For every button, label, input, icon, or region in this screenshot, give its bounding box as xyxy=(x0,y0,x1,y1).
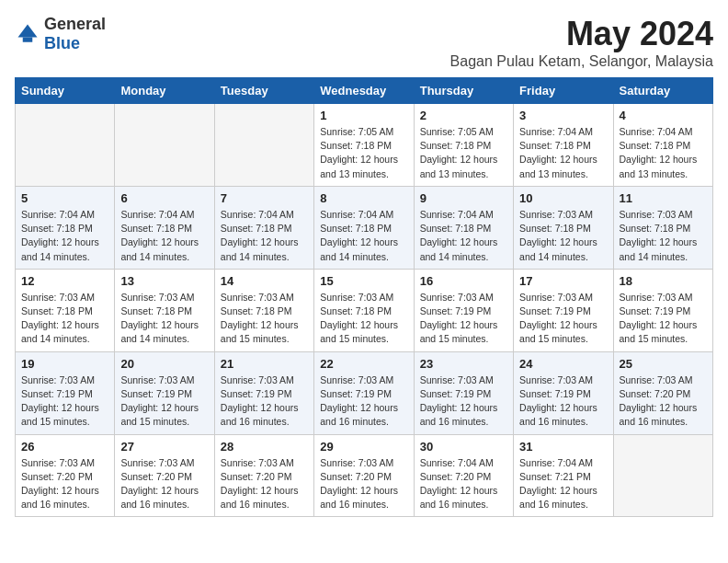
logo-text: General Blue xyxy=(44,15,106,53)
day-number: 5 xyxy=(21,191,108,205)
calendar-week-row: 19Sunrise: 7:03 AM Sunset: 7:19 PM Dayli… xyxy=(16,351,713,434)
day-info: Sunrise: 7:03 AM Sunset: 7:20 PM Dayligh… xyxy=(21,456,108,512)
day-number: 25 xyxy=(620,357,707,371)
day-number: 7 xyxy=(221,191,308,205)
logo: General Blue xyxy=(15,15,106,53)
calendar-day-cell: 29Sunrise: 7:03 AM Sunset: 7:20 PM Dayli… xyxy=(314,434,414,517)
day-info: Sunrise: 7:03 AM Sunset: 7:18 PM Dayligh… xyxy=(620,208,707,264)
calendar-day-cell: 30Sunrise: 7:04 AM Sunset: 7:20 PM Dayli… xyxy=(414,434,513,517)
logo-icon xyxy=(15,21,40,47)
calendar-day-cell: 2Sunrise: 7:05 AM Sunset: 7:18 PM Daylig… xyxy=(414,104,513,187)
title-block: May 2024 Bagan Pulau Ketam, Selangor, Ma… xyxy=(450,15,713,70)
day-info: Sunrise: 7:05 AM Sunset: 7:18 PM Dayligh… xyxy=(420,125,507,181)
day-number: 11 xyxy=(620,191,707,205)
calendar-day-cell: 13Sunrise: 7:03 AM Sunset: 7:18 PM Dayli… xyxy=(115,269,214,351)
day-info: Sunrise: 7:03 AM Sunset: 7:19 PM Dayligh… xyxy=(21,373,108,430)
weekday-header-saturday: Saturday xyxy=(613,78,712,104)
calendar-day-cell: 1Sunrise: 7:05 AM Sunset: 7:18 PM Daylig… xyxy=(314,104,414,187)
day-number: 4 xyxy=(620,109,707,122)
day-info: Sunrise: 7:03 AM Sunset: 7:18 PM Dayligh… xyxy=(519,208,607,264)
day-number: 29 xyxy=(320,440,407,454)
calendar-day-cell: 3Sunrise: 7:04 AM Sunset: 7:18 PM Daylig… xyxy=(514,104,613,187)
day-info: Sunrise: 7:04 AM Sunset: 7:18 PM Dayligh… xyxy=(519,125,607,181)
calendar-day-cell xyxy=(214,104,313,187)
day-number: 13 xyxy=(120,274,208,288)
calendar-day-cell: 8Sunrise: 7:04 AM Sunset: 7:18 PM Daylig… xyxy=(314,186,414,269)
calendar-week-row: 5Sunrise: 7:04 AM Sunset: 7:18 PM Daylig… xyxy=(16,186,713,269)
weekday-header-tuesday: Tuesday xyxy=(214,78,313,104)
calendar-day-cell: 14Sunrise: 7:03 AM Sunset: 7:18 PM Dayli… xyxy=(214,269,313,351)
weekday-header-sunday: Sunday xyxy=(16,78,115,104)
logo-blue: Blue xyxy=(44,34,80,52)
day-number: 2 xyxy=(420,109,507,122)
day-number: 9 xyxy=(420,191,507,205)
calendar-week-row: 1Sunrise: 7:05 AM Sunset: 7:18 PM Daylig… xyxy=(16,104,713,187)
day-number: 21 xyxy=(221,357,308,371)
calendar-day-cell: 28Sunrise: 7:03 AM Sunset: 7:20 PM Dayli… xyxy=(214,434,313,517)
calendar-day-cell: 16Sunrise: 7:03 AM Sunset: 7:19 PM Dayli… xyxy=(414,269,513,351)
calendar-day-cell xyxy=(16,104,115,187)
calendar-day-cell: 27Sunrise: 7:03 AM Sunset: 7:20 PM Dayli… xyxy=(115,434,214,517)
calendar-day-cell: 10Sunrise: 7:03 AM Sunset: 7:18 PM Dayli… xyxy=(514,186,613,269)
day-info: Sunrise: 7:03 AM Sunset: 7:19 PM Dayligh… xyxy=(420,373,507,430)
svg-rect-1 xyxy=(23,38,33,42)
day-number: 3 xyxy=(519,109,607,122)
day-number: 1 xyxy=(320,109,407,122)
day-info: Sunrise: 7:03 AM Sunset: 7:19 PM Dayligh… xyxy=(519,291,607,347)
calendar-day-cell: 9Sunrise: 7:04 AM Sunset: 7:18 PM Daylig… xyxy=(414,186,513,269)
day-number: 28 xyxy=(221,440,308,454)
day-number: 19 xyxy=(21,357,108,371)
calendar-day-cell: 24Sunrise: 7:03 AM Sunset: 7:19 PM Dayli… xyxy=(514,351,613,434)
day-info: Sunrise: 7:04 AM Sunset: 7:18 PM Dayligh… xyxy=(21,208,108,264)
day-info: Sunrise: 7:04 AM Sunset: 7:21 PM Dayligh… xyxy=(519,456,607,512)
day-number: 17 xyxy=(519,274,607,288)
day-info: Sunrise: 7:05 AM Sunset: 7:18 PM Dayligh… xyxy=(320,125,407,181)
day-info: Sunrise: 7:03 AM Sunset: 7:20 PM Dayligh… xyxy=(221,456,308,512)
calendar-day-cell: 7Sunrise: 7:04 AM Sunset: 7:18 PM Daylig… xyxy=(214,186,313,269)
day-info: Sunrise: 7:03 AM Sunset: 7:19 PM Dayligh… xyxy=(620,291,707,347)
page-header: General Blue May 2024 Bagan Pulau Ketam,… xyxy=(15,15,713,70)
day-info: Sunrise: 7:04 AM Sunset: 7:18 PM Dayligh… xyxy=(120,208,208,264)
day-number: 26 xyxy=(21,440,108,454)
calendar-day-cell: 11Sunrise: 7:03 AM Sunset: 7:18 PM Dayli… xyxy=(613,186,712,269)
day-number: 24 xyxy=(519,357,607,371)
day-info: Sunrise: 7:04 AM Sunset: 7:18 PM Dayligh… xyxy=(420,208,507,264)
logo-general: General xyxy=(44,15,106,33)
day-info: Sunrise: 7:03 AM Sunset: 7:20 PM Dayligh… xyxy=(120,456,208,512)
day-info: Sunrise: 7:03 AM Sunset: 7:19 PM Dayligh… xyxy=(420,291,507,347)
day-info: Sunrise: 7:03 AM Sunset: 7:19 PM Dayligh… xyxy=(320,373,407,430)
day-number: 27 xyxy=(120,440,208,454)
weekday-header-friday: Friday xyxy=(514,78,613,104)
day-info: Sunrise: 7:03 AM Sunset: 7:19 PM Dayligh… xyxy=(120,373,208,430)
day-info: Sunrise: 7:03 AM Sunset: 7:18 PM Dayligh… xyxy=(221,291,308,347)
day-info: Sunrise: 7:04 AM Sunset: 7:18 PM Dayligh… xyxy=(620,125,707,181)
day-number: 6 xyxy=(120,191,208,205)
day-number: 31 xyxy=(519,440,607,454)
calendar-day-cell: 23Sunrise: 7:03 AM Sunset: 7:19 PM Dayli… xyxy=(414,351,513,434)
calendar-day-cell: 15Sunrise: 7:03 AM Sunset: 7:18 PM Dayli… xyxy=(314,269,414,351)
calendar-day-cell: 6Sunrise: 7:04 AM Sunset: 7:18 PM Daylig… xyxy=(115,186,214,269)
weekday-header-thursday: Thursday xyxy=(414,78,513,104)
calendar-day-cell: 25Sunrise: 7:03 AM Sunset: 7:20 PM Dayli… xyxy=(613,351,712,434)
day-info: Sunrise: 7:03 AM Sunset: 7:20 PM Dayligh… xyxy=(620,373,707,430)
day-number: 23 xyxy=(420,357,507,371)
day-number: 14 xyxy=(221,274,308,288)
weekday-header-wednesday: Wednesday xyxy=(314,78,414,104)
day-number: 16 xyxy=(420,274,507,288)
calendar-day-cell: 19Sunrise: 7:03 AM Sunset: 7:19 PM Dayli… xyxy=(16,351,115,434)
calendar-week-row: 12Sunrise: 7:03 AM Sunset: 7:18 PM Dayli… xyxy=(16,269,713,351)
calendar-day-cell: 21Sunrise: 7:03 AM Sunset: 7:19 PM Dayli… xyxy=(214,351,313,434)
calendar-day-cell: 20Sunrise: 7:03 AM Sunset: 7:19 PM Dayli… xyxy=(115,351,214,434)
day-number: 18 xyxy=(620,274,707,288)
calendar-day-cell xyxy=(613,434,712,517)
day-number: 8 xyxy=(320,191,407,205)
calendar-day-cell: 26Sunrise: 7:03 AM Sunset: 7:20 PM Dayli… xyxy=(16,434,115,517)
day-info: Sunrise: 7:03 AM Sunset: 7:18 PM Dayligh… xyxy=(320,291,407,347)
day-info: Sunrise: 7:03 AM Sunset: 7:20 PM Dayligh… xyxy=(320,456,407,512)
main-title: May 2024 xyxy=(450,15,713,53)
day-number: 30 xyxy=(420,440,507,454)
calendar-day-cell: 4Sunrise: 7:04 AM Sunset: 7:18 PM Daylig… xyxy=(613,104,712,187)
weekday-header-row: SundayMondayTuesdayWednesdayThursdayFrid… xyxy=(16,78,713,104)
calendar-day-cell: 31Sunrise: 7:04 AM Sunset: 7:21 PM Dayli… xyxy=(514,434,613,517)
calendar-day-cell: 17Sunrise: 7:03 AM Sunset: 7:19 PM Dayli… xyxy=(514,269,613,351)
